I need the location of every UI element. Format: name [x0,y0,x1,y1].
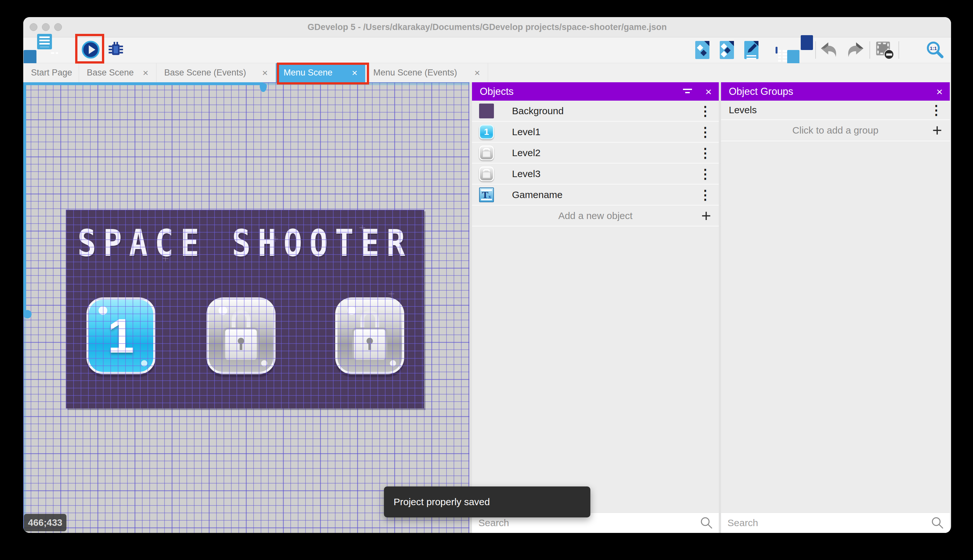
tab-base-scene[interactable]: Base Scene × [79,63,157,82]
close-tab-icon[interactable]: × [253,67,268,78]
close-tab-icon[interactable]: × [134,67,148,78]
scene-editor-canvas[interactable]: SPACE SHOOTER 1 466;433 [23,82,470,533]
toolbar-divider [815,41,816,59]
object-row-background[interactable]: Background ⋮ [472,101,719,122]
scene-title-text: SPACE SHOOTER [66,222,424,265]
level1-object-icon: 1 [479,125,494,139]
minimize-window-button[interactable] [42,23,50,31]
add-group-row[interactable]: Click to add a group + [721,120,950,141]
object-groups-panel-title: Object Groups [729,86,793,97]
groups-search-bar [721,513,950,533]
svg-text:1:1: 1:1 [930,45,937,51]
bug-icon [107,40,125,59]
undo-icon [820,40,839,59]
undo-button[interactable] [820,40,838,60]
kebab-menu-icon[interactable]: ⋮ [699,167,712,180]
search-icon [930,516,945,530]
project-manager-icon[interactable] [28,40,47,60]
kebab-menu-icon[interactable]: ⋮ [699,105,712,117]
objects-panel-title: Objects [480,86,513,97]
lock-icon [352,310,387,362]
level3-locked-button-instance[interactable] [335,297,404,374]
objects-panel-header: Objects × [472,82,719,101]
object-groups-page-icon [720,41,734,59]
app-window: GDevelop 5 - /Users/dkarakay/Documents/G… [23,17,951,533]
kebab-menu-icon[interactable]: ⋮ [699,125,712,138]
close-tab-icon[interactable]: × [466,67,480,78]
panel-divider [719,82,721,533]
objects-page-icon [695,41,710,59]
mask-minus-icon [875,40,895,60]
search-icon [700,516,714,530]
window-title: GDevelop 5 - /Users/dkarakay/Documents/G… [307,22,666,32]
plus-icon[interactable]: + [932,122,942,139]
instances-list-icon [776,47,778,53]
toast-message: Project properly saved [393,497,490,507]
close-window-button[interactable] [30,23,37,31]
open-layers-editor-button[interactable] [791,40,810,60]
close-panel-icon[interactable]: × [936,86,943,97]
zoom-one-to-one-button[interactable]: 1:1 [926,40,944,60]
open-object-groups-editor-button[interactable] [718,40,736,60]
objects-search-input[interactable] [472,517,697,529]
lock-icon [223,310,259,362]
object-row-level1[interactable]: 1 Level1 ⋮ [472,122,719,143]
redo-icon [845,40,865,59]
level1-button-instance[interactable]: 1 [87,297,155,374]
object-groups-panel: Object Groups × Levels ⋮ Click to add a … [721,82,950,533]
kebab-menu-icon[interactable]: ⋮ [930,103,943,117]
kebab-menu-icon[interactable]: ⋮ [699,188,712,201]
zoom-1-1-icon: 1:1 [926,40,944,59]
close-panel-icon[interactable]: × [705,86,712,97]
tab-start-page[interactable]: Start Page [23,63,79,82]
objects-panel: Objects × Background ⋮ 1 Level1 ⋮ Level2 [472,82,719,533]
tab-menu-scene-events[interactable]: Menu Scene (Events) × [365,63,488,82]
tab-base-scene-events[interactable]: Base Scene (Events) × [157,63,276,82]
object-row-gamename[interactable]: Tx Gamename ⋮ [472,185,719,205]
panel-divider [470,82,472,533]
add-object-row[interactable]: Add a new object + [472,205,719,227]
horizontal-scrollbar-thumb[interactable] [260,83,267,92]
filter-icon[interactable] [683,87,692,97]
game-scene-preview[interactable]: SPACE SHOOTER 1 [66,210,424,408]
object-row-level3[interactable]: Level3 ⋮ [472,163,719,185]
cursor-coordinates-badge: 466;433 [24,514,67,531]
zoom-window-button[interactable] [54,23,62,31]
locked-button-object-icon [479,145,494,160]
annotation-play-button-highlight [75,34,104,63]
groups-search-input[interactable] [721,517,928,529]
level2-locked-button-instance[interactable] [207,297,275,374]
annotation-menu-scene-tab-highlight [277,63,369,85]
background-object-icon [479,103,494,118]
screenshot-root: GDevelop 5 - /Users/dkarakay/Documents/G… [0,0,973,560]
toggle-grid-button[interactable] [904,40,923,60]
text-object-icon: Tx [479,187,494,202]
plus-icon[interactable]: + [701,207,711,224]
pencil-icon [743,41,760,57]
redo-button[interactable] [845,40,864,60]
vertical-scrollbar-thumb[interactable] [23,310,32,318]
titlebar: GDevelop 5 - /Users/dkarakay/Documents/G… [23,17,951,37]
group-row-levels[interactable]: Levels ⋮ [721,101,950,120]
object-groups-panel-header: Object Groups × [721,82,950,101]
open-instances-list-button[interactable] [767,40,786,60]
toolbar-divider [870,41,870,59]
toolbar: 1:1 [23,37,951,63]
locked-button-object-icon [479,167,494,181]
horizontal-scrollbar-fill [23,82,263,85]
vertical-scrollbar-fill [23,82,26,315]
toggle-instances-mask-button[interactable] [875,40,894,60]
kebab-menu-icon[interactable]: ⋮ [699,147,712,159]
toolbar-divider [898,41,899,59]
debug-icon[interactable] [107,40,125,60]
tab-bar: Start Page Base Scene × Base Scene (Even… [23,63,951,82]
save-toast: Project properly saved [384,487,590,517]
open-objects-editor-button[interactable] [693,40,712,60]
object-row-level2[interactable]: Level2 ⋮ [472,143,719,163]
content-area: SPACE SHOOTER 1 466;433 [23,82,951,533]
preview-window-icon[interactable] [52,40,70,60]
open-properties-button[interactable] [742,40,761,60]
